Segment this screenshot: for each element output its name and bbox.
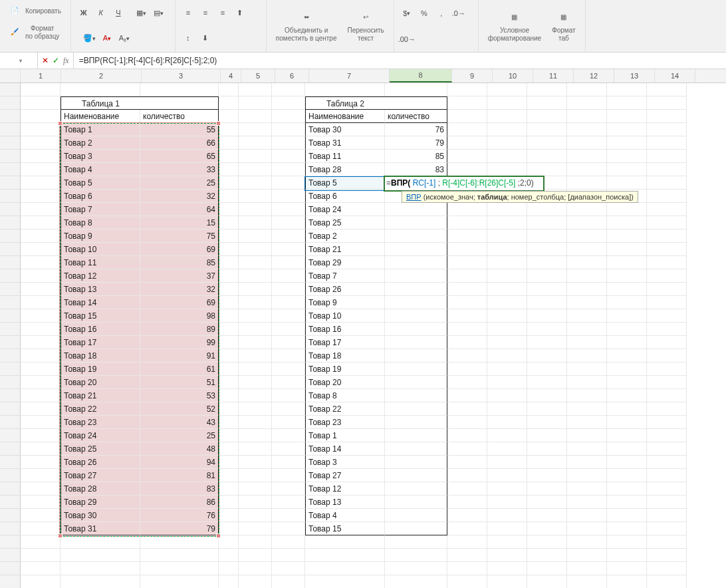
cell[interactable] [140,562,219,575]
cell[interactable] [607,283,647,296]
cell[interactable]: Таблица 1 [60,96,140,110]
cell[interactable] [607,256,647,269]
select-all-corner[interactable] [0,69,21,82]
cell[interactable] [647,190,687,203]
cell[interactable] [219,83,239,96]
cell[interactable] [487,575,527,588]
cell[interactable] [647,349,687,363]
row-header[interactable] [0,535,21,549]
cell[interactable] [385,429,447,442]
row-header[interactable] [0,402,21,416]
cell[interactable] [239,150,272,163]
cell[interactable] [567,376,607,389]
cell[interactable] [219,136,239,150]
italic-button[interactable]: К [94,5,108,20]
cell[interactable] [21,522,60,535]
col-header-active[interactable]: 8 [390,69,452,82]
cell[interactable]: Товар 18 [305,349,385,363]
cell[interactable] [487,522,527,535]
row-header[interactable] [0,216,21,229]
cell[interactable] [647,269,687,283]
row-header[interactable] [0,123,21,136]
cell[interactable] [647,522,687,535]
cell[interactable] [219,535,239,549]
selection-handle[interactable] [58,533,62,538]
cell[interactable] [447,243,487,256]
cell[interactable] [140,96,219,110]
cell[interactable] [272,562,305,575]
cell[interactable] [487,482,527,496]
cell[interactable]: Товар 11 [305,150,385,163]
chevron-down-icon[interactable]: ▾ [19,58,22,64]
cell[interactable] [239,429,272,442]
cell[interactable] [447,136,487,150]
cell[interactable]: Товар 5 [60,176,140,190]
cell[interactable]: Товар 25 [305,216,385,229]
cell[interactable] [607,243,647,256]
cell[interactable] [21,203,60,216]
cell[interactable] [527,549,567,562]
cell[interactable] [21,309,60,323]
cell[interactable] [305,575,385,588]
row-header[interactable] [0,336,21,349]
cell[interactable] [647,509,687,522]
cell[interactable]: Товар 7 [305,269,385,283]
row-header[interactable] [0,389,21,402]
cell[interactable] [447,442,487,456]
cell[interactable] [239,190,272,203]
cell[interactable] [487,389,527,402]
cell[interactable] [647,309,687,323]
cell[interactable] [647,163,687,176]
cell[interactable] [607,323,647,336]
cell[interactable] [447,349,487,363]
cell[interactable] [447,216,487,229]
cell[interactable] [219,296,239,309]
cell[interactable] [647,83,687,96]
cell[interactable]: Товар 29 [60,496,140,509]
cell[interactable] [567,150,607,163]
cell[interactable] [60,562,140,575]
cell[interactable] [567,269,607,283]
selection-handle[interactable] [216,533,221,538]
cell[interactable] [567,416,607,429]
cell[interactable] [607,136,647,150]
cell[interactable] [647,575,687,588]
cell[interactable]: 99 [140,336,219,349]
cell[interactable] [21,83,60,96]
cell[interactable] [239,575,272,588]
cell[interactable] [385,363,447,376]
cell[interactable] [239,496,272,509]
cell[interactable] [219,562,239,575]
cell[interactable] [21,349,60,363]
cell[interactable] [219,309,239,323]
cell[interactable] [219,575,239,588]
cell[interactable] [140,549,219,562]
cell[interactable]: Товар 28 [60,482,140,496]
cell[interactable]: 61 [140,363,219,376]
cell[interactable] [647,323,687,336]
cell[interactable]: 76 [140,509,219,522]
cell[interactable] [487,123,527,136]
cell[interactable] [527,416,567,429]
border-style-button[interactable]: ▤▾ [152,5,166,20]
cell[interactable] [647,336,687,349]
row-header[interactable] [0,416,21,429]
cell[interactable] [487,96,527,110]
cell[interactable]: Товар 1 [305,429,385,442]
cell[interactable] [21,482,60,496]
cell[interactable] [21,229,60,243]
cell[interactable] [607,402,647,416]
cell[interactable]: 43 [140,416,219,429]
cell[interactable] [607,389,647,402]
cell[interactable] [647,562,687,575]
cell[interactable] [647,256,687,269]
cell[interactable] [487,496,527,509]
cell[interactable] [607,269,647,283]
cell[interactable] [447,203,487,216]
cell[interactable] [239,323,272,336]
cell[interactable] [487,535,527,549]
cell[interactable] [607,110,647,123]
cell[interactable] [447,549,487,562]
cell[interactable]: Товар 23 [60,416,140,429]
cell[interactable] [272,402,305,416]
